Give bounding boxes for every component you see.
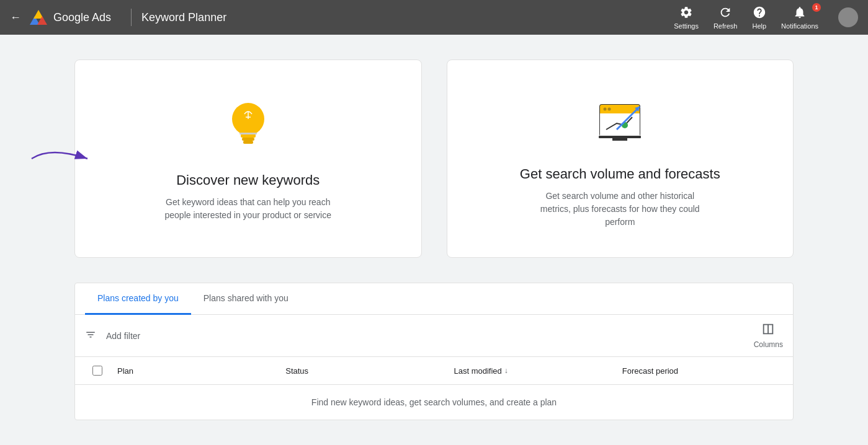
table-header: Plan Status Last modified ↓ Forecast per… xyxy=(75,357,793,385)
notifications-label: Notifications xyxy=(781,22,818,30)
header-actions: Settings Refresh Help 1 xyxy=(674,6,858,30)
tool-name-label: Keyword Planner xyxy=(141,11,226,24)
plans-tabs-row: Plans created by you Plans shared with y… xyxy=(75,283,793,315)
cards-row: Discover new keywords Get keyword ideas … xyxy=(74,59,794,258)
svg-rect-20 xyxy=(599,136,641,138)
back-button[interactable]: ← xyxy=(10,11,21,24)
forecast-chart-icon xyxy=(589,89,651,151)
app-header: ← Google Ads Keyword Planner Settings xyxy=(0,0,868,35)
th-plan: Plan xyxy=(110,357,278,384)
sort-arrow-icon: ↓ xyxy=(504,366,508,375)
refresh-action[interactable]: Refresh xyxy=(714,6,738,30)
help-label: Help xyxy=(752,22,766,30)
empty-state-message: Find new keyword ideas, get search volum… xyxy=(311,397,557,407)
forecast-card-title: Get search volume and forecasts xyxy=(520,166,720,182)
app-logo: Google Ads xyxy=(29,7,111,27)
header-checkbox-cell xyxy=(85,357,110,384)
arrow-annotation xyxy=(25,140,100,177)
lightbulb-icon xyxy=(217,95,279,157)
header-divider xyxy=(131,9,132,26)
filter-icon xyxy=(85,329,96,343)
main-content: Discover new keywords Get keyword ideas … xyxy=(0,35,868,445)
notifications-icon xyxy=(793,6,807,21)
discover-keywords-card[interactable]: Discover new keywords Get keyword ideas … xyxy=(74,59,422,258)
notifications-action[interactable]: 1 Notifications xyxy=(781,6,818,30)
columns-icon xyxy=(761,322,775,339)
google-ads-logo-icon xyxy=(29,7,48,27)
columns-label: Columns xyxy=(754,340,783,349)
columns-button[interactable]: Columns xyxy=(754,322,783,349)
discover-card-desc: Get keyword ideas that can help you reac… xyxy=(161,196,335,222)
tab-created-by-you[interactable]: Plans created by you xyxy=(85,283,191,315)
app-name-label: Google Ads xyxy=(53,11,111,24)
notification-badge: 1 xyxy=(812,3,821,12)
svg-point-14 xyxy=(604,107,607,110)
user-avatar[interactable] xyxy=(838,7,858,27)
refresh-icon xyxy=(718,6,732,21)
th-forecast-period: Forecast period xyxy=(615,357,783,384)
empty-state-row: Find new keyword ideas, get search volum… xyxy=(75,385,793,420)
settings-label: Settings xyxy=(674,22,699,30)
forecast-card-desc: Get search volume and other historical m… xyxy=(533,190,707,229)
settings-action[interactable]: Settings xyxy=(674,6,699,30)
tab-shared-with-you[interactable]: Plans shared with you xyxy=(191,283,301,315)
svg-point-15 xyxy=(608,107,611,110)
back-icon: ← xyxy=(10,11,21,24)
refresh-label: Refresh xyxy=(714,22,738,30)
filter-row: Add filter Columns xyxy=(75,315,793,357)
help-action[interactable]: Help xyxy=(752,6,766,30)
help-icon xyxy=(753,6,766,21)
svg-rect-21 xyxy=(612,138,627,141)
add-filter-button[interactable]: Add filter xyxy=(101,328,145,343)
plans-section: Plans created by you Plans shared with y… xyxy=(74,283,794,420)
th-status: Status xyxy=(278,357,446,384)
th-last-modified[interactable]: Last modified ↓ xyxy=(447,357,615,384)
svg-rect-10 xyxy=(239,133,257,134)
settings-icon xyxy=(679,6,693,21)
svg-rect-7 xyxy=(242,138,254,141)
forecast-card[interactable]: Get search volume and forecasts Get sear… xyxy=(447,59,794,258)
discover-card-title: Discover new keywords xyxy=(176,172,320,188)
svg-rect-8 xyxy=(243,141,253,144)
select-all-checkbox[interactable] xyxy=(92,366,102,376)
